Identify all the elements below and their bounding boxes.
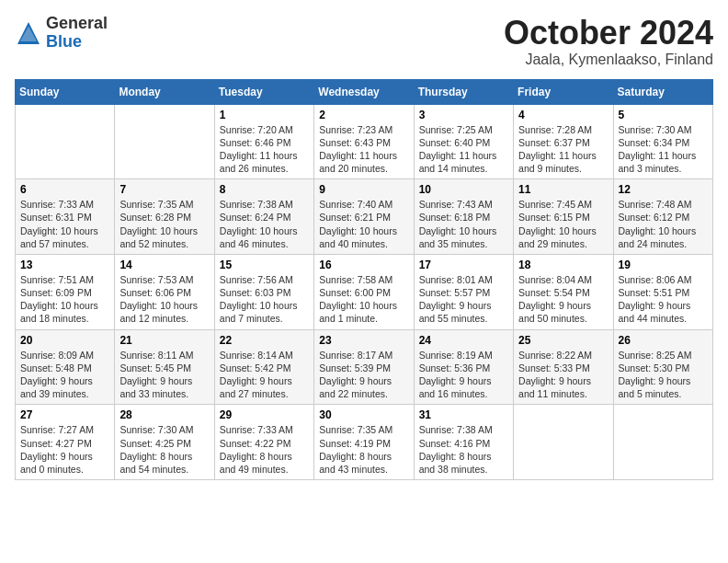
day-number: 14 <box>119 259 209 271</box>
calendar-cell: 13Sunrise: 7:51 AM Sunset: 6:09 PM Dayli… <box>16 254 115 329</box>
calendar-cell: 8Sunrise: 7:38 AM Sunset: 6:24 PM Daylig… <box>214 179 313 255</box>
day-number: 9 <box>319 183 408 196</box>
day-info: Sunrise: 7:20 AM Sunset: 6:46 PM Dayligh… <box>220 123 309 176</box>
calendar-cell: 1Sunrise: 7:20 AM Sunset: 6:46 PM Daylig… <box>214 104 313 179</box>
day-info: Sunrise: 7:30 AM Sunset: 6:34 PM Dayligh… <box>619 123 708 176</box>
day-info: Sunrise: 7:33 AM Sunset: 4:22 PM Dayligh… <box>220 423 309 476</box>
day-number: 21 <box>119 334 209 347</box>
calendar-cell: 24Sunrise: 8:19 AM Sunset: 5:36 PM Dayli… <box>414 329 513 405</box>
calendar-header: SundayMondayTuesdayWednesdayThursdayFrid… <box>16 79 713 104</box>
calendar-week-row: 1Sunrise: 7:20 AM Sunset: 6:46 PM Daylig… <box>16 104 713 179</box>
location-title: Jaala, Kymenlaakso, Finland <box>504 52 713 68</box>
page-header: General Blue October 2024 Jaala, Kymenla… <box>15 15 713 68</box>
day-info: Sunrise: 7:45 AM Sunset: 6:15 PM Dayligh… <box>518 198 608 250</box>
calendar-cell: 20Sunrise: 8:09 AM Sunset: 5:48 PM Dayli… <box>16 329 115 405</box>
logo-icon <box>15 19 42 47</box>
calendar-cell: 12Sunrise: 7:48 AM Sunset: 6:12 PM Dayli… <box>613 179 712 255</box>
day-info: Sunrise: 8:01 AM Sunset: 5:57 PM Dayligh… <box>419 273 508 326</box>
calendar-week-row: 6Sunrise: 7:33 AM Sunset: 6:31 PM Daylig… <box>16 179 713 255</box>
day-info: Sunrise: 7:48 AM Sunset: 6:12 PM Dayligh… <box>619 198 708 250</box>
day-info: Sunrise: 7:53 AM Sunset: 6:06 PM Dayligh… <box>119 273 209 326</box>
day-number: 7 <box>119 183 209 196</box>
calendar-cell <box>115 104 214 179</box>
month-title: October 2024 <box>504 15 713 52</box>
calendar-cell: 14Sunrise: 7:53 AM Sunset: 6:06 PM Dayli… <box>115 254 214 329</box>
weekday-header-thursday: Thursday <box>414 79 513 104</box>
weekday-header-tuesday: Tuesday <box>214 79 313 104</box>
day-number: 31 <box>419 408 508 421</box>
calendar-cell: 26Sunrise: 8:25 AM Sunset: 5:30 PM Dayli… <box>613 329 712 405</box>
day-number: 26 <box>619 334 708 347</box>
day-info: Sunrise: 7:38 AM Sunset: 6:24 PM Dayligh… <box>220 198 309 250</box>
calendar-cell: 30Sunrise: 7:35 AM Sunset: 4:19 PM Dayli… <box>314 405 414 480</box>
calendar-table: SundayMondayTuesdayWednesdayThursdayFrid… <box>15 79 713 480</box>
calendar-week-row: 20Sunrise: 8:09 AM Sunset: 5:48 PM Dayli… <box>16 329 713 405</box>
day-info: Sunrise: 7:25 AM Sunset: 6:40 PM Dayligh… <box>419 123 508 176</box>
day-number: 4 <box>518 109 608 121</box>
calendar-cell: 27Sunrise: 7:27 AM Sunset: 4:27 PM Dayli… <box>16 405 115 480</box>
calendar-cell <box>514 405 613 480</box>
day-number: 19 <box>619 259 708 271</box>
day-number: 12 <box>619 183 708 196</box>
calendar-cell: 17Sunrise: 8:01 AM Sunset: 5:57 PM Dayli… <box>414 254 513 329</box>
day-info: Sunrise: 8:25 AM Sunset: 5:30 PM Dayligh… <box>619 349 708 401</box>
day-number: 23 <box>319 334 408 347</box>
calendar-cell: 5Sunrise: 7:30 AM Sunset: 6:34 PM Daylig… <box>613 104 712 179</box>
day-number: 30 <box>319 408 408 421</box>
day-number: 20 <box>20 334 109 347</box>
calendar-cell: 22Sunrise: 8:14 AM Sunset: 5:42 PM Dayli… <box>214 329 313 405</box>
day-number: 10 <box>419 183 508 196</box>
day-info: Sunrise: 7:43 AM Sunset: 6:18 PM Dayligh… <box>419 198 508 250</box>
day-number: 1 <box>220 109 309 121</box>
calendar-cell: 10Sunrise: 7:43 AM Sunset: 6:18 PM Dayli… <box>414 179 513 255</box>
day-number: 18 <box>518 259 608 271</box>
day-number: 25 <box>518 334 608 347</box>
day-number: 27 <box>20 408 109 421</box>
day-number: 13 <box>20 259 109 271</box>
calendar-week-row: 13Sunrise: 7:51 AM Sunset: 6:09 PM Dayli… <box>16 254 713 329</box>
calendar-cell: 4Sunrise: 7:28 AM Sunset: 6:37 PM Daylig… <box>514 104 613 179</box>
day-info: Sunrise: 8:04 AM Sunset: 5:54 PM Dayligh… <box>518 273 608 326</box>
day-number: 16 <box>319 259 408 271</box>
day-info: Sunrise: 8:11 AM Sunset: 5:45 PM Dayligh… <box>119 349 209 401</box>
day-number: 8 <box>220 183 309 196</box>
calendar-cell: 9Sunrise: 7:40 AM Sunset: 6:21 PM Daylig… <box>314 179 414 255</box>
day-info: Sunrise: 7:23 AM Sunset: 6:43 PM Dayligh… <box>319 123 408 176</box>
calendar-cell: 21Sunrise: 8:11 AM Sunset: 5:45 PM Dayli… <box>115 329 214 405</box>
day-info: Sunrise: 8:17 AM Sunset: 5:39 PM Dayligh… <box>319 349 408 401</box>
calendar-cell: 25Sunrise: 8:22 AM Sunset: 5:33 PM Dayli… <box>514 329 613 405</box>
day-info: Sunrise: 7:38 AM Sunset: 4:16 PM Dayligh… <box>419 423 508 476</box>
title-area: October 2024 Jaala, Kymenlaakso, Finland <box>504 15 713 68</box>
calendar-cell: 3Sunrise: 7:25 AM Sunset: 6:40 PM Daylig… <box>414 104 513 179</box>
day-number: 3 <box>419 109 508 121</box>
day-info: Sunrise: 7:35 AM Sunset: 6:28 PM Dayligh… <box>119 198 209 250</box>
day-info: Sunrise: 8:22 AM Sunset: 5:33 PM Dayligh… <box>518 349 608 401</box>
day-number: 28 <box>119 408 209 421</box>
calendar-cell: 31Sunrise: 7:38 AM Sunset: 4:16 PM Dayli… <box>414 405 513 480</box>
day-info: Sunrise: 7:30 AM Sunset: 4:25 PM Dayligh… <box>119 423 209 476</box>
weekday-header-row: SundayMondayTuesdayWednesdayThursdayFrid… <box>16 79 713 104</box>
logo-blue-text: Blue <box>46 33 108 52</box>
calendar-cell <box>16 104 115 179</box>
weekday-header-wednesday: Wednesday <box>314 79 414 104</box>
calendar-cell: 6Sunrise: 7:33 AM Sunset: 6:31 PM Daylig… <box>16 179 115 255</box>
calendar-cell: 19Sunrise: 8:06 AM Sunset: 5:51 PM Dayli… <box>613 254 712 329</box>
day-number: 11 <box>518 183 608 196</box>
day-info: Sunrise: 8:19 AM Sunset: 5:36 PM Dayligh… <box>419 349 508 401</box>
day-number: 24 <box>419 334 508 347</box>
day-info: Sunrise: 7:27 AM Sunset: 4:27 PM Dayligh… <box>20 423 109 476</box>
calendar-week-row: 27Sunrise: 7:27 AM Sunset: 4:27 PM Dayli… <box>16 405 713 480</box>
day-info: Sunrise: 7:51 AM Sunset: 6:09 PM Dayligh… <box>20 273 109 326</box>
calendar-cell <box>613 405 712 480</box>
day-info: Sunrise: 8:06 AM Sunset: 5:51 PM Dayligh… <box>619 273 708 326</box>
calendar-cell: 23Sunrise: 8:17 AM Sunset: 5:39 PM Dayli… <box>314 329 414 405</box>
day-info: Sunrise: 7:33 AM Sunset: 6:31 PM Dayligh… <box>20 198 109 250</box>
day-number: 2 <box>319 109 408 121</box>
weekday-header-monday: Monday <box>115 79 214 104</box>
weekday-header-friday: Friday <box>514 79 613 104</box>
day-number: 5 <box>619 109 708 121</box>
calendar-cell: 29Sunrise: 7:33 AM Sunset: 4:22 PM Dayli… <box>214 405 313 480</box>
weekday-header-saturday: Saturday <box>613 79 712 104</box>
calendar-cell: 15Sunrise: 7:56 AM Sunset: 6:03 PM Dayli… <box>214 254 313 329</box>
calendar-cell: 16Sunrise: 7:58 AM Sunset: 6:00 PM Dayli… <box>314 254 414 329</box>
